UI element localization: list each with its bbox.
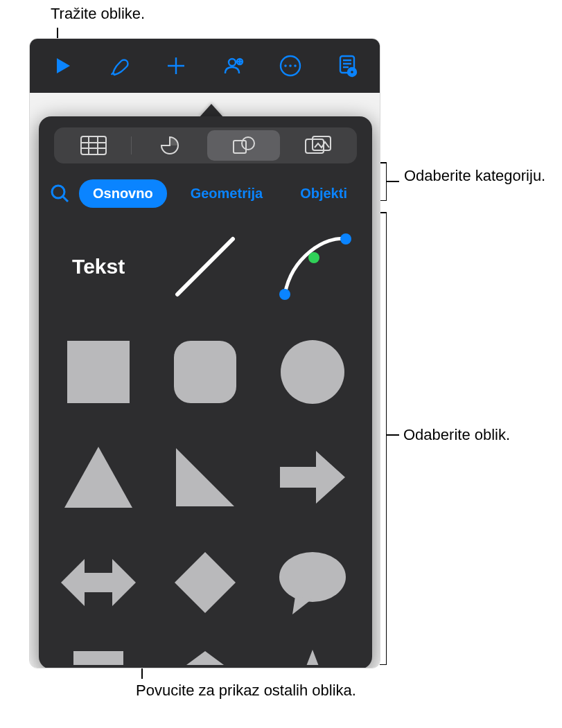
shapes-scroll[interactable]: Tekst <box>39 216 372 665</box>
insert-type-segment <box>54 127 357 163</box>
svg-line-27 <box>63 197 68 202</box>
svg-point-26 <box>52 186 64 198</box>
shape-triangle[interactable] <box>55 436 141 518</box>
shape-right-triangle[interactable] <box>162 436 248 518</box>
shape-diamond[interactable] <box>162 542 248 623</box>
svg-point-8 <box>284 64 287 67</box>
callout-drag: Povucite za prikaz ostalih oblika. <box>136 680 356 701</box>
shape-arrow-double[interactable] <box>55 542 141 623</box>
svg-point-23 <box>242 137 254 150</box>
segment-media[interactable] <box>281 130 354 161</box>
svg-marker-38 <box>61 559 136 606</box>
svg-marker-43 <box>173 651 237 665</box>
callout-shape: Odaberite oblik. <box>403 425 510 445</box>
category-row: Osnovno Geometrija Objekti Ž <box>39 170 372 216</box>
bracket-shape <box>386 212 387 665</box>
category-next-partial[interactable]: Ž <box>371 179 372 208</box>
svg-marker-41 <box>292 596 312 614</box>
callout-category: Odaberite kategoriju. <box>404 166 545 186</box>
svg-line-28 <box>177 239 233 294</box>
shapes-grid: Tekst <box>55 226 355 665</box>
insert-popover: Osnovno Geometrija Objekti Ž Tekst <box>39 116 372 668</box>
segment-shape[interactable] <box>207 130 280 161</box>
add-icon[interactable] <box>155 45 197 87</box>
view-document-icon[interactable] <box>326 45 368 87</box>
shape-square[interactable] <box>55 331 141 413</box>
pop-area: Osnovno Geometrija Objekti Ž Tekst <box>30 93 380 668</box>
app-window: Osnovno Geometrija Objekti Ž Tekst <box>29 38 380 668</box>
svg-marker-44 <box>279 650 346 665</box>
popover-arrow <box>199 104 224 118</box>
shape-text-label: Tekst <box>72 255 125 278</box>
svg-point-34 <box>281 340 344 404</box>
svg-point-31 <box>308 252 319 263</box>
svg-point-29 <box>279 289 290 300</box>
svg-point-10 <box>294 64 297 67</box>
category-osnovno[interactable]: Osnovno <box>79 179 167 208</box>
shape-rounded-square[interactable] <box>162 331 248 413</box>
shape-pen-curve[interactable] <box>270 226 355 308</box>
svg-rect-17 <box>81 136 106 154</box>
segment-chart[interactable] <box>133 130 206 161</box>
category-geometrija[interactable]: Geometrija <box>177 179 276 208</box>
svg-point-40 <box>279 552 346 602</box>
svg-marker-42 <box>65 651 132 665</box>
shape-pentagon[interactable] <box>162 647 248 665</box>
format-brush-icon[interactable] <box>98 45 140 87</box>
shape-arrow-right[interactable] <box>270 436 355 518</box>
svg-marker-36 <box>176 448 234 506</box>
shape-text[interactable]: Tekst <box>55 226 141 308</box>
bracket-h-shape <box>387 434 399 436</box>
search-icon[interactable] <box>50 181 69 205</box>
play-icon[interactable] <box>42 45 83 87</box>
segment-table[interactable] <box>57 130 130 161</box>
more-icon[interactable] <box>270 45 311 87</box>
collaborate-icon[interactable] <box>213 45 254 87</box>
shape-arrow-block-down[interactable] <box>55 647 141 665</box>
category-objekti[interactable]: Objekti <box>286 179 361 208</box>
svg-rect-32 <box>67 341 130 403</box>
svg-marker-37 <box>280 451 345 504</box>
svg-rect-33 <box>174 341 236 403</box>
shape-circle[interactable] <box>270 331 355 413</box>
svg-marker-0 <box>57 58 70 73</box>
svg-point-3 <box>229 59 236 66</box>
bracket-h-category <box>387 181 399 182</box>
main-toolbar <box>30 39 380 93</box>
svg-point-9 <box>289 64 292 67</box>
svg-marker-35 <box>64 447 132 508</box>
svg-point-30 <box>340 233 351 245</box>
shape-line[interactable] <box>162 226 248 308</box>
callout-search: Tražite oblike. <box>51 3 145 24</box>
shape-speech-bubble[interactable] <box>270 542 355 623</box>
shape-star[interactable] <box>270 647 355 665</box>
svg-marker-39 <box>175 552 236 613</box>
svg-rect-22 <box>234 141 246 153</box>
